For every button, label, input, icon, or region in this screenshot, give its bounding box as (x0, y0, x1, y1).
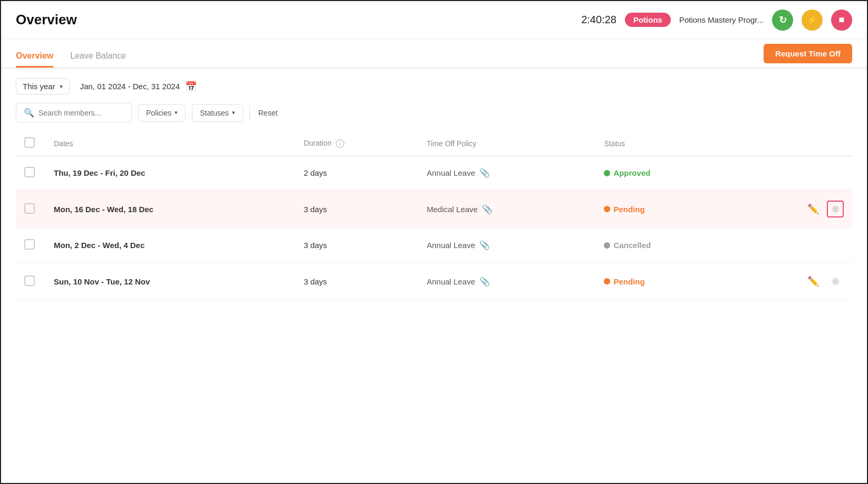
year-selector-label: This year (23, 82, 55, 91)
request-time-off-button[interactable]: Request Time Off (764, 44, 852, 63)
tab-leave-balance[interactable]: Leave Balance (70, 51, 126, 68)
tab-overview[interactable]: Overview (16, 51, 53, 68)
edit-button[interactable]: ✏️ (805, 273, 822, 290)
row-checkbox-cell (16, 156, 45, 190)
potions-badge[interactable]: Potions (625, 13, 671, 27)
edit-button[interactable]: ✏️ (805, 201, 822, 217)
avatar-yellow[interactable]: ⚡ (802, 10, 823, 31)
cancel-button[interactable]: ⊗ (827, 201, 844, 217)
attachment-icon[interactable]: 📎 (479, 277, 490, 287)
row-actions (732, 156, 852, 190)
date-range-text: Jan, 01 2024 - Dec, 31 2024 (80, 82, 180, 91)
attachment-icon[interactable]: 📎 (479, 240, 490, 250)
header-policy: Time Off Policy (418, 131, 595, 156)
row-checkbox[interactable] (24, 276, 35, 286)
filter-row: 🔍 Policies ▾ Statuses ▾ Reset (1, 94, 867, 131)
status-dot (604, 170, 610, 176)
attachment-icon[interactable]: 📎 (479, 168, 490, 178)
search-wrap: 🔍 (16, 103, 132, 122)
policies-filter-button[interactable]: Policies ▾ (138, 104, 186, 122)
leave-table: Dates Duration i Time Off Policy Status … (16, 131, 852, 301)
header-right: 2:40:28 Potions Potions Mastery Progr...… (581, 10, 852, 31)
row-policy: Annual Leave 📎 (418, 156, 595, 190)
row-policy: Annual Leave 📎 (418, 229, 595, 262)
row-checkbox-cell (16, 229, 45, 262)
row-checkbox[interactable] (24, 203, 35, 214)
row-checkbox-cell (16, 262, 45, 301)
row-policy: Medical Leave 📎 (418, 190, 595, 229)
status-dot (604, 206, 610, 212)
row-checkbox[interactable] (24, 239, 35, 250)
program-name: Potions Mastery Progr... (679, 15, 764, 24)
row-actions: ✏️ ⊗ (732, 190, 852, 229)
row-dates: Thu, 19 Dec - Fri, 20 Dec (45, 156, 295, 190)
policy-name: Annual Leave (427, 241, 475, 250)
table-row: Thu, 19 Dec - Fri, 20 Dec 2 days Annual … (16, 156, 852, 190)
calendar-icon[interactable]: 📅 (185, 81, 197, 92)
statuses-filter-button[interactable]: Statuses ▾ (192, 104, 243, 122)
policies-label: Policies (146, 109, 171, 117)
status-label: Approved (613, 168, 650, 177)
header: Overview 2:40:28 Potions Potions Mastery… (1, 1, 867, 39)
row-status: Cancelled (595, 229, 732, 262)
status-label: Pending (613, 277, 644, 286)
row-dates: Mon, 2 Dec - Wed, 4 Dec (45, 229, 295, 262)
status-dot (604, 242, 610, 249)
avatar-green[interactable]: ↻ (772, 10, 793, 31)
year-selector[interactable]: This year ▾ (16, 78, 70, 94)
policy-name: Annual Leave (427, 277, 475, 286)
row-dates: Sun, 10 Nov - Tue, 12 Nov (45, 262, 295, 301)
row-duration: 2 days (295, 156, 418, 190)
chevron-down-icon: ▾ (232, 109, 235, 116)
date-range: Jan, 01 2024 - Dec, 31 2024 📅 (80, 81, 197, 92)
row-status: Pending (595, 262, 732, 301)
table-row: Sun, 10 Nov - Tue, 12 Nov 3 days Annual … (16, 262, 852, 301)
policy-name: Medical Leave (427, 205, 478, 214)
row-duration: 3 days (295, 190, 418, 229)
table-row: Mon, 2 Dec - Wed, 4 Dec 3 days Annual Le… (16, 229, 852, 262)
divider (249, 106, 250, 120)
duration-info-icon[interactable]: i (336, 139, 344, 148)
chevron-down-icon: ▾ (60, 83, 63, 90)
row-policy: Annual Leave 📎 (418, 262, 595, 301)
status-label: Cancelled (613, 241, 651, 250)
row-actions: ✏️ ⊗ (732, 262, 852, 301)
chevron-down-icon: ▾ (175, 109, 178, 116)
header-time: 2:40:28 (581, 14, 616, 26)
status-dot (604, 278, 610, 284)
policy-name: Annual Leave (427, 168, 475, 177)
header-duration: Duration i (295, 131, 418, 156)
reset-button[interactable]: Reset (256, 105, 280, 121)
status-label: Pending (613, 205, 644, 214)
header-actions (732, 131, 852, 156)
avatar-red[interactable]: ■ (831, 10, 852, 31)
table-header-row: Dates Duration i Time Off Policy Status (16, 131, 852, 156)
header-dates: Dates (45, 131, 295, 156)
page-title: Overview (16, 12, 77, 28)
row-duration: 3 days (295, 262, 418, 301)
row-status: Approved (595, 156, 732, 190)
table-wrap: Dates Duration i Time Off Policy Status … (1, 131, 867, 301)
tabs-bar: Overview Leave Balance Request Time Off (1, 39, 867, 69)
table-row: Mon, 16 Dec - Wed, 18 Dec 3 days Medical… (16, 190, 852, 229)
header-checkbox-col (16, 131, 45, 156)
row-actions (732, 229, 852, 262)
row-checkbox-cell (16, 190, 45, 229)
row-checkbox[interactable] (24, 167, 35, 177)
search-input[interactable] (38, 109, 118, 117)
row-dates: Mon, 16 Dec - Wed, 18 Dec (45, 190, 295, 229)
tabs: Overview Leave Balance (16, 39, 126, 68)
attachment-icon[interactable]: 📎 (482, 204, 493, 214)
controls-row: This year ▾ Jan, 01 2024 - Dec, 31 2024 … (1, 69, 867, 94)
select-all-checkbox[interactable] (24, 137, 35, 148)
row-duration: 3 days (295, 229, 418, 262)
statuses-label: Statuses (200, 109, 228, 117)
row-status: Pending (595, 190, 732, 229)
header-status: Status (595, 131, 732, 156)
search-icon: 🔍 (24, 108, 34, 118)
cancel-button[interactable]: ⊗ (827, 273, 844, 290)
